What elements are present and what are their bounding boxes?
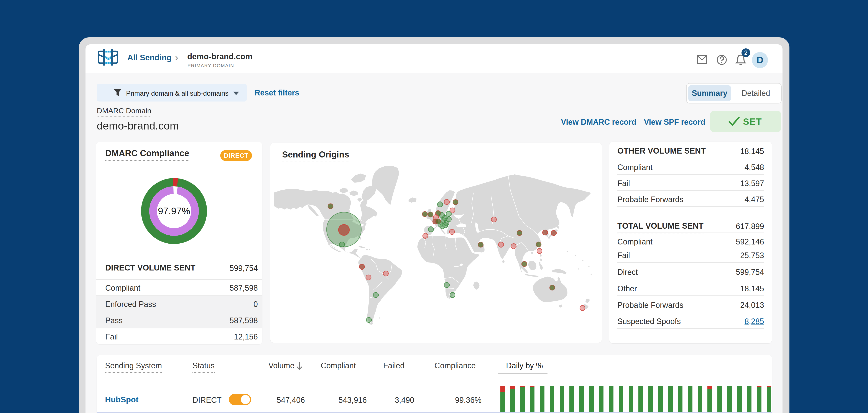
svg-text:97.97%: 97.97% <box>158 205 190 216</box>
